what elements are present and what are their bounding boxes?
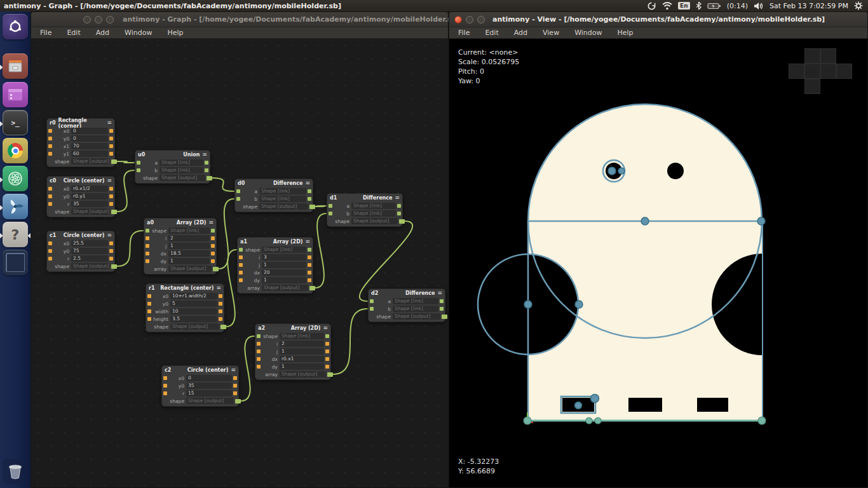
drag-handle[interactable] bbox=[524, 301, 532, 308]
output-port[interactable] bbox=[111, 159, 117, 164]
value-field[interactable]: 3.5 bbox=[170, 316, 217, 322]
value-field[interactable]: r0.x1/2 bbox=[71, 186, 108, 192]
output-port[interactable] bbox=[325, 365, 329, 369]
value-field[interactable]: Shape [output] bbox=[170, 323, 219, 330]
value-field[interactable]: Shape [output] bbox=[71, 158, 110, 165]
menu-help[interactable]: Help bbox=[167, 29, 183, 37]
volume-icon[interactable] bbox=[754, 2, 764, 10]
value-field[interactable]: 70 bbox=[71, 143, 108, 149]
value-field[interactable]: Shape [link] bbox=[393, 306, 438, 312]
node-title-bar[interactable]: a0Array (2D)≡ bbox=[144, 219, 216, 227]
graph-node-d2[interactable]: d2Difference≡aShape [link]bShape [link]s… bbox=[368, 288, 445, 322]
launcher-item-software[interactable] bbox=[3, 82, 28, 107]
session-gear-icon[interactable] bbox=[854, 1, 863, 10]
graph-node-d0[interactable]: d0Difference≡aShape [link]bShape [link]s… bbox=[234, 179, 313, 212]
value-field[interactable]: 0 bbox=[71, 128, 108, 134]
drag-handle[interactable] bbox=[591, 395, 599, 403]
output-port[interactable] bbox=[327, 372, 333, 377]
output-port[interactable] bbox=[109, 194, 113, 198]
maximize-button[interactable] bbox=[106, 16, 114, 24]
menu-edit[interactable]: Edit bbox=[67, 29, 80, 37]
graph-node-r0[interactable]: r0Rectangle (corner)≡x00y00x170y160shape… bbox=[46, 118, 115, 167]
node-menu-icon[interactable]: ≡ bbox=[395, 195, 400, 201]
output-port[interactable] bbox=[219, 309, 222, 313]
value-field[interactable]: Shape [link] bbox=[168, 227, 210, 234]
node-menu-icon[interactable]: ≡ bbox=[323, 325, 328, 331]
value-field[interactable]: Shape [link] bbox=[259, 188, 306, 194]
value-field[interactable]: Shape [output] bbox=[159, 175, 205, 181]
launcher-item-files[interactable] bbox=[3, 53, 28, 79]
drag-handle[interactable] bbox=[757, 217, 765, 225]
menu-file[interactable]: File bbox=[40, 29, 51, 37]
output-port[interactable] bbox=[109, 137, 113, 140]
menu-view[interactable]: View bbox=[543, 29, 559, 37]
keyboard-layout-indicator[interactable]: En bbox=[678, 2, 690, 10]
output-port[interactable] bbox=[442, 315, 447, 319]
output-port[interactable] bbox=[219, 294, 222, 298]
value-field[interactable]: 2 bbox=[280, 341, 324, 347]
close-button[interactable] bbox=[83, 16, 91, 24]
value-field[interactable]: Shape [output] bbox=[351, 218, 398, 224]
output-port[interactable] bbox=[219, 317, 222, 321]
graph-node-r1[interactable]: r1Rectangle (center)≡x010+r1.width/2y05w… bbox=[146, 283, 224, 332]
graph-node-a0[interactable]: a0Array (2D)≡shapeShape [link]i2j1dx18.5… bbox=[144, 218, 217, 274]
node-title-bar[interactable]: c0Circle (center)≡ bbox=[47, 177, 114, 185]
minimize-button[interactable] bbox=[95, 16, 102, 24]
value-field[interactable]: Shape [output] bbox=[168, 266, 212, 272]
graph-node-a2[interactable]: a2Array (2D)≡shapeShape [link]i2j1dxr0.x… bbox=[255, 323, 331, 380]
value-field[interactable]: 3 bbox=[262, 254, 306, 261]
launcher-item-atom[interactable] bbox=[3, 166, 28, 191]
value-field[interactable]: 15 bbox=[186, 390, 232, 396]
corner-handle[interactable] bbox=[524, 417, 531, 424]
graph-node-c2[interactable]: c2Circle (center)≡x00y035r15shapeShape [… bbox=[161, 365, 239, 407]
value-field[interactable]: Shape [link] bbox=[259, 196, 306, 202]
maximize-button[interactable] bbox=[477, 16, 485, 24]
clock[interactable]: Sat Feb 13 7:02:59 PM bbox=[770, 2, 848, 10]
menu-file[interactable]: File bbox=[458, 29, 470, 37]
menu-add[interactable]: Add bbox=[514, 29, 527, 37]
menu-window[interactable]: Window bbox=[125, 29, 152, 37]
value-field[interactable]: Shape [link] bbox=[262, 247, 306, 253]
launcher-item-workspaces[interactable] bbox=[3, 250, 28, 275]
value-field[interactable]: Shape [link] bbox=[280, 333, 324, 339]
output-port[interactable] bbox=[111, 210, 117, 214]
value-field[interactable]: Shape [link] bbox=[393, 298, 438, 304]
value-field[interactable]: Shape [output] bbox=[280, 371, 326, 377]
wifi-icon[interactable] bbox=[662, 2, 672, 10]
value-field[interactable]: 1 bbox=[280, 348, 324, 355]
value-field[interactable]: 35 bbox=[186, 383, 232, 389]
battery-icon[interactable] bbox=[707, 3, 721, 10]
output-port[interactable] bbox=[308, 197, 311, 201]
value-field[interactable]: 0 bbox=[186, 375, 232, 381]
output-port[interactable] bbox=[308, 255, 311, 259]
node-menu-icon[interactable]: ≡ bbox=[437, 290, 442, 296]
node-title-bar[interactable]: d1Difference≡ bbox=[327, 194, 402, 202]
graph-node-c0[interactable]: c0Circle (center)≡x0r0.x1/2y0r0.y1r35sha… bbox=[46, 176, 115, 217]
output-port[interactable] bbox=[211, 229, 215, 233]
drag-handle[interactable] bbox=[575, 402, 582, 409]
value-field[interactable]: 1 bbox=[280, 363, 324, 370]
output-port[interactable] bbox=[211, 236, 215, 240]
output-port[interactable] bbox=[399, 219, 405, 224]
value-field[interactable]: 35 bbox=[71, 201, 108, 207]
node-graph-canvas[interactable]: r0Rectangle (corner)≡x00y00x170y160shape… bbox=[31, 39, 448, 487]
node-menu-icon[interactable]: ≡ bbox=[216, 285, 221, 291]
node-title-bar[interactable]: u0Union≡ bbox=[135, 151, 210, 159]
output-port[interactable] bbox=[109, 249, 113, 253]
value-field[interactable]: 18.5 bbox=[168, 250, 210, 257]
node-title-bar[interactable]: d2Difference≡ bbox=[369, 289, 445, 297]
value-field[interactable]: Shape [output] bbox=[259, 203, 308, 210]
value-field[interactable]: 75 bbox=[71, 248, 108, 254]
graph-node-a1[interactable]: a1Array (2D)≡shapeShape [link]i3j1dx20dy… bbox=[237, 237, 313, 294]
node-title-bar[interactable]: a2Array (2D)≡ bbox=[255, 324, 330, 332]
value-field[interactable]: 5 bbox=[170, 301, 217, 307]
graph-node-c1[interactable]: c1Circle (center)≡x025.5y075r2.5shapeSha… bbox=[46, 231, 115, 272]
output-port[interactable] bbox=[233, 376, 237, 380]
output-port[interactable] bbox=[109, 202, 113, 206]
value-field[interactable]: Shape [link] bbox=[351, 203, 396, 209]
output-port[interactable] bbox=[233, 391, 237, 395]
output-port[interactable] bbox=[205, 161, 208, 165]
value-field[interactable]: 25.5 bbox=[71, 240, 108, 247]
launcher-item-chromium[interactable] bbox=[3, 138, 28, 163]
output-port[interactable] bbox=[309, 286, 315, 290]
